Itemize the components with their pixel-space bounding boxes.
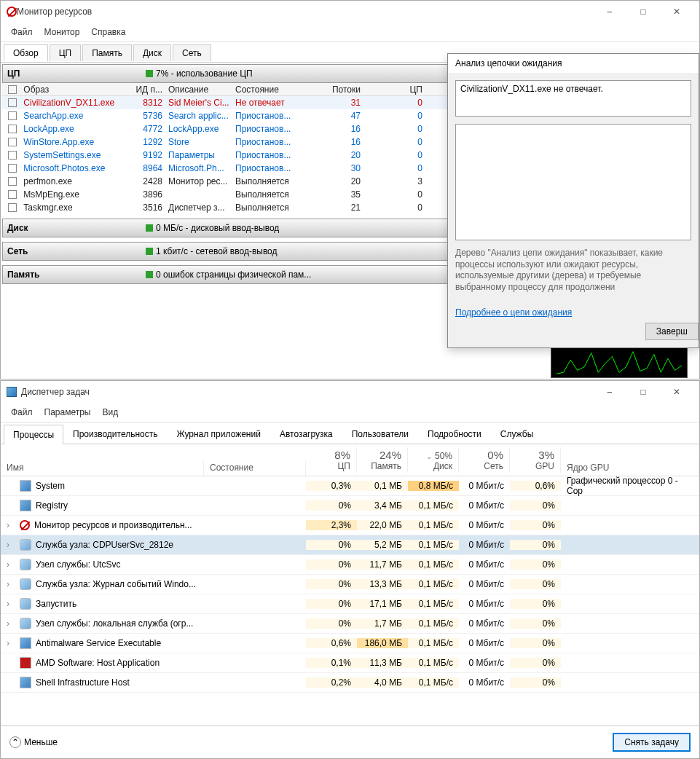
expand-icon[interactable]: › bbox=[7, 618, 15, 629]
tab-users[interactable]: Пользователи bbox=[342, 424, 418, 444]
row-checkbox[interactable] bbox=[8, 125, 17, 133]
menu-options[interactable]: Параметры bbox=[39, 404, 97, 420]
maximize-button[interactable]: □ bbox=[626, 1, 660, 23]
close-button[interactable]: ✕ bbox=[660, 381, 693, 403]
col-state[interactable]: Состояние bbox=[232, 84, 302, 95]
expand-icon[interactable]: › bbox=[7, 540, 15, 550]
fewer-details-button[interactable]: ⌃ Меньше bbox=[9, 736, 58, 748]
minimize-button[interactable]: ‒ bbox=[593, 381, 626, 403]
network-io-indicator-icon bbox=[146, 248, 153, 255]
process-network: 0 Мбит/с bbox=[459, 618, 510, 629]
row-checkbox[interactable] bbox=[8, 151, 17, 160]
learn-more-link[interactable]: Подробнее о цепи ожидания bbox=[455, 307, 572, 318]
process-row[interactable]: System0,3%0,1 МБ0,8 МБ/с0 Мбит/с0,6%Граф… bbox=[1, 476, 699, 496]
tab-disk[interactable]: Диск bbox=[133, 44, 171, 61]
col-cpu[interactable]: 8%ЦП bbox=[306, 447, 357, 473]
app-icon bbox=[7, 7, 17, 17]
process-row[interactable]: ›Узел службы: локальная служба (огр...0%… bbox=[1, 614, 699, 634]
col-gpu-engine[interactable]: Ядро GPU bbox=[561, 461, 699, 476]
network-io-stat: 1 кбит/с - сетевой ввод-вывод bbox=[156, 246, 278, 256]
process-cpu: 0,6% bbox=[306, 638, 357, 648]
process-cpu: 0 bbox=[363, 111, 425, 121]
select-all-checkbox[interactable] bbox=[8, 85, 17, 94]
end-task-button[interactable]: Снять задачу bbox=[613, 733, 691, 752]
col-status[interactable]: Состояние bbox=[204, 461, 306, 476]
process-row[interactable]: ›Служба узла: Журнал событий Windo...0%1… bbox=[1, 575, 699, 594]
process-row[interactable]: ›Antimalware Service Executable0,6%186,0… bbox=[1, 634, 699, 653]
expand-icon[interactable]: › bbox=[7, 520, 15, 530]
tab-performance[interactable]: Производительность bbox=[63, 424, 167, 444]
col-network[interactable]: 0%Сеть bbox=[459, 447, 510, 473]
row-checkbox[interactable] bbox=[8, 164, 17, 173]
col-pid[interactable]: ИД п... bbox=[129, 84, 165, 95]
process-cpu: 0,1% bbox=[306, 658, 357, 668]
col-memory[interactable]: 24%Память bbox=[357, 447, 408, 473]
tab-app-history[interactable]: Журнал приложений bbox=[168, 424, 270, 444]
process-row[interactable]: ›Запустить0%17,1 МБ0,1 МБ/с0 Мбит/с0% bbox=[1, 594, 699, 614]
col-cpu[interactable]: ЦП bbox=[363, 84, 425, 95]
expand-icon[interactable]: › bbox=[7, 638, 15, 648]
row-checkbox[interactable] bbox=[8, 138, 17, 146]
process-network: 0 Мбит/с bbox=[459, 540, 510, 550]
expand-icon[interactable]: › bbox=[7, 599, 15, 609]
col-name[interactable]: Имя bbox=[1, 461, 204, 476]
process-pid: 5736 bbox=[129, 111, 165, 121]
row-checkbox[interactable] bbox=[8, 111, 17, 120]
expand-icon[interactable]: › bbox=[7, 559, 15, 570]
process-image: SearchApp.exe bbox=[23, 111, 83, 121]
menu-file[interactable]: Файл bbox=[5, 24, 39, 40]
process-network: 0 Мбит/с bbox=[459, 579, 510, 589]
col-disk[interactable]: ⌄ 50%Диск bbox=[408, 447, 459, 473]
process-pid: 2428 bbox=[129, 176, 165, 186]
app-icon bbox=[7, 387, 17, 397]
process-state: Выполняется bbox=[232, 189, 302, 200]
process-row[interactable]: Shell Infrastructure Host0,2%4,0 МБ0,1 М… bbox=[1, 673, 699, 693]
menu-file[interactable]: Файл bbox=[5, 404, 39, 420]
col-image[interactable]: Образ bbox=[23, 84, 49, 95]
process-row[interactable]: ›Узел службы: UtcSvc0%11,7 МБ0,1 МБ/с0 М… bbox=[1, 555, 699, 575]
tab-cpu[interactable]: ЦП bbox=[50, 44, 82, 61]
tab-processes[interactable]: Процессы bbox=[4, 425, 63, 444]
tab-details[interactable]: Подробности bbox=[418, 424, 491, 444]
process-icon bbox=[20, 559, 31, 570]
col-gpu[interactable]: 3%GPU bbox=[510, 447, 561, 473]
rm-title: Монитор ресурсов bbox=[17, 7, 593, 17]
close-button[interactable]: ✕ bbox=[660, 1, 693, 23]
process-memory: 13,3 МБ bbox=[357, 579, 408, 589]
tab-startup[interactable]: Автозагрузка bbox=[270, 424, 342, 444]
menu-help[interactable]: Справка bbox=[85, 24, 131, 40]
tab-network[interactable]: Сеть bbox=[173, 44, 211, 61]
tab-overview[interactable]: Обзор bbox=[4, 44, 48, 61]
menu-view[interactable]: Вид bbox=[96, 404, 124, 420]
process-row[interactable]: Registry0%3,4 МБ0,1 МБ/с0 Мбит/с0% bbox=[1, 496, 699, 516]
end-process-button[interactable]: Заверш bbox=[645, 323, 699, 340]
expand-icon[interactable]: › bbox=[7, 579, 15, 589]
process-disk: 0,1 МБ/с bbox=[408, 520, 459, 530]
menu-monitor[interactable]: Монитор bbox=[39, 24, 86, 40]
process-desc: Параметры bbox=[165, 150, 232, 160]
wait-chain-tree[interactable] bbox=[455, 124, 691, 240]
maximize-button[interactable]: □ bbox=[626, 381, 660, 403]
col-desc[interactable]: Описание bbox=[165, 84, 232, 95]
row-checkbox[interactable] bbox=[8, 203, 17, 212]
memory-fault-indicator-icon bbox=[146, 271, 153, 278]
row-checkbox[interactable] bbox=[8, 98, 17, 107]
process-name: Служба узла: CDPUserSvc_2812e bbox=[36, 540, 173, 550]
process-cpu: 0% bbox=[306, 599, 357, 609]
process-row[interactable]: ›Служба узла: CDPUserSvc_2812e0%5,2 МБ0,… bbox=[1, 535, 699, 555]
process-memory: 11,7 МБ bbox=[357, 559, 408, 570]
tab-memory[interactable]: Память bbox=[82, 44, 132, 61]
process-row[interactable]: AMD Software: Host Application0,1%11,3 М… bbox=[1, 653, 699, 673]
process-image: WinStore.App.exe bbox=[23, 137, 94, 147]
process-memory: 0,1 МБ bbox=[357, 481, 408, 491]
row-checkbox[interactable] bbox=[8, 177, 17, 186]
tab-services[interactable]: Службы bbox=[491, 424, 543, 444]
minimize-button[interactable]: ‒ bbox=[593, 1, 626, 23]
process-icon bbox=[20, 598, 31, 610]
process-pid: 8312 bbox=[129, 98, 165, 108]
process-name: Shell Infrastructure Host bbox=[36, 677, 130, 688]
process-row[interactable]: ›Монитор ресурсов и производительн...2,3… bbox=[1, 516, 699, 535]
tm-table-header: Имя Состояние 8%ЦП 24%Память ⌄ 50%Диск 0… bbox=[1, 444, 699, 476]
col-threads[interactable]: Потоки bbox=[302, 84, 363, 95]
row-checkbox[interactable] bbox=[8, 190, 17, 199]
